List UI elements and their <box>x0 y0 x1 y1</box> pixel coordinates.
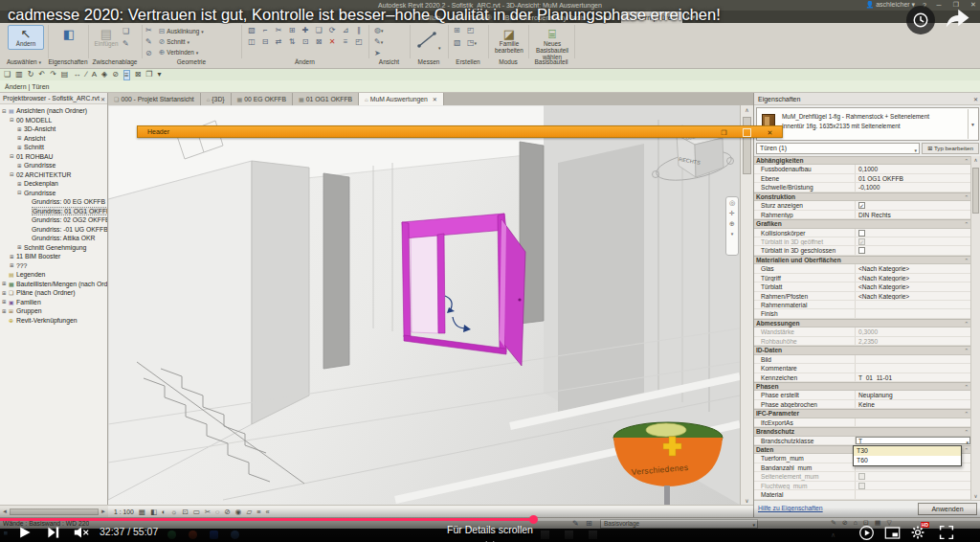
property-value[interactable]: <Nach Kategorie> <box>856 292 971 300</box>
expand-icon[interactable]: ⊞ <box>2 281 9 286</box>
property-row[interactable]: Rahmenmaterial <box>754 301 971 309</box>
property-row[interactable]: Rahmen/Pfosten<Nach Kategorie> <box>754 292 971 301</box>
selection-combo[interactable]: Türen (1) <box>756 143 920 154</box>
collapse-icon[interactable]: ⊟ <box>10 171 16 177</box>
share-button[interactable] <box>943 8 971 36</box>
property-value[interactable]: T_01_11-01 <box>856 373 971 381</box>
panel-label-messen[interactable]: Messen <box>410 58 448 67</box>
modify-button[interactable]: ↖ Ändern <box>8 25 44 50</box>
properties-vscrollbar[interactable]: ∧ ∨ <box>970 156 980 500</box>
delete-icon[interactable]: ✕ <box>325 36 339 48</box>
property-row[interactable]: Türgriff<Nach Kategorie> <box>754 274 971 282</box>
demolish-icon[interactable]: ⊘ <box>145 49 152 58</box>
properties-button[interactable]: ◧ <box>54 25 84 43</box>
property-group-header[interactable]: Phasen⌃ <box>754 382 971 391</box>
property-value[interactable] <box>856 482 971 489</box>
line-icon[interactable]: ∕ <box>85 69 86 80</box>
print-icon[interactable]: ▤ <box>61 69 69 80</box>
geometry-item-2[interactable]: ⊘Schnitt <box>159 36 204 47</box>
collapse-icon[interactable]: ⊟ <box>2 108 9 114</box>
view-tab-2[interactable]: ⌂{3D} <box>201 93 232 105</box>
expand-icon[interactable]: ⊞ <box>17 181 24 187</box>
watch-later-button[interactable] <box>906 6 935 34</box>
scroll-hint-chevron[interactable] <box>484 534 496 542</box>
panel-label-auswaehlen[interactable]: Auswählen <box>0 58 48 67</box>
tree-item[interactable]: ⊟▤Ansichten (nach Ordner) <box>0 106 107 116</box>
expand-icon[interactable]: ⊞ <box>17 163 24 169</box>
tree-item[interactable]: ▤Legenden <box>0 270 107 280</box>
panel-label-aendern[interactable]: Ändern <box>241 58 368 67</box>
scroll-thumb[interactable] <box>972 168 979 214</box>
property-row[interactable]: Material <box>754 490 971 499</box>
copy-icon[interactable]: ❏ <box>312 25 325 36</box>
property-group-header[interactable]: Materialien und Oberflächen⌃ <box>754 256 971 264</box>
tree-item[interactable]: Grundriss: 01 OG1 OKFFB <box>0 207 107 216</box>
scroll-down-icon[interactable]: ∨ <box>971 493 980 499</box>
group-collapse-icon[interactable]: ⌃ <box>964 347 969 354</box>
property-value[interactable]: -0,1000 <box>856 183 971 191</box>
align-icon[interactable]: ⊿ <box>339 25 352 36</box>
property-row[interactable]: Kollisionskörper <box>754 229 971 237</box>
geometry-item-1[interactable]: ⊟Ausklinkung <box>159 26 204 36</box>
property-row[interactable]: KennzeichenT_01_11-01 <box>754 373 971 382</box>
property-value[interactable]: <Nach Kategorie> <box>856 274 971 282</box>
property-row[interactable]: Phase erstelltNeuplanung <box>754 391 971 399</box>
panel-label-eigenschaften[interactable]: Eigenschaften <box>48 58 88 67</box>
property-value[interactable] <box>856 237 971 245</box>
array-icon[interactable]: ⊟ <box>258 36 272 48</box>
property-value[interactable]: T <box>856 437 971 444</box>
checkbox[interactable] <box>858 247 865 254</box>
new-host-button[interactable]: ⌸ Neues Basisbauteil wählen <box>532 25 572 62</box>
paste-button[interactable]: ▤ Einfügen <box>93 25 120 50</box>
property-row[interactable]: BrandschutzklasseT <box>754 437 971 445</box>
property-value[interactable] <box>856 364 971 372</box>
default-3d-view-icon[interactable]: ◈ <box>101 69 107 80</box>
switch-windows-icon[interactable]: ❐ <box>145 69 152 80</box>
cope-icon[interactable]: ⌐ <box>258 25 272 36</box>
group-collapse-icon[interactable]: ⌃ <box>964 257 969 264</box>
tree-item[interactable]: Grundriss: 00 EG OKFFB <box>0 197 107 207</box>
property-group-header[interactable]: Konstruktion⌃ <box>754 192 971 201</box>
property-row[interactable]: Türblatt in 3D geöffnet <box>754 237 971 246</box>
tree-item[interactable]: ⊟02 ARCHITEKTUR <box>0 170 107 180</box>
more-tools-icon[interactable]: ▾ <box>158 69 162 80</box>
tree-item[interactable]: ⊞Grundrisse <box>0 161 107 170</box>
property-value[interactable]: Keine <box>856 400 971 408</box>
panel-label-zwischenablage[interactable]: Zwischenablage <box>88 58 142 67</box>
property-value[interactable] <box>856 229 971 237</box>
split-icon[interactable]: ⇅ <box>285 36 299 48</box>
video-title[interactable]: cadmesse 2020: Vertrauen ist gut, Kontro… <box>8 6 831 24</box>
property-value[interactable] <box>856 309 971 317</box>
expand-icon[interactable]: ⊞ <box>2 308 9 314</box>
video-scrubber-knob[interactable] <box>529 515 538 524</box>
group-collapse-icon[interactable]: ⌃ <box>964 410 969 418</box>
property-row[interactable]: Phase abgebrochenKeine <box>754 400 971 409</box>
navbar-more-icon[interactable]: ▾ <box>731 231 734 237</box>
property-row[interactable]: RahmentypDIN Rechts <box>754 211 971 219</box>
edit-family-button[interactable]: ◪ Familie bearbeiten <box>492 25 526 56</box>
mirror-icon[interactable]: ◫ <box>245 36 258 48</box>
property-value[interactable] <box>856 472 971 480</box>
property-row[interactable]: Schwelle/Brüstung-0,1000 <box>754 183 971 192</box>
scroll-up-icon[interactable]: ∧ <box>971 157 980 163</box>
property-value[interactable] <box>856 418 971 426</box>
dimension-icon[interactable]: ⊞ <box>454 26 467 38</box>
sync-icon[interactable]: ↻ <box>28 69 34 80</box>
property-row[interactable]: Glas<Nach Kategorie> <box>754 264 971 273</box>
property-row[interactable]: Rohbauhöhe2,2350 <box>754 337 971 346</box>
group-create-icon[interactable]: ◰ <box>467 26 480 38</box>
property-row[interactable]: Bild <box>754 355 971 364</box>
property-row[interactable]: Fussbodenaufbau0,1000 <box>754 165 971 173</box>
tree-item[interactable]: ⊞Schnitt <box>0 143 107 152</box>
tree-item[interactable]: ⊞Schnitt Genehmigung <box>0 243 107 253</box>
group-collapse-icon[interactable]: ⌃ <box>964 193 969 201</box>
chevron-down-icon[interactable]: ▼ <box>968 109 977 139</box>
expand-icon[interactable]: ⊞ <box>17 135 24 141</box>
tree-item[interactable]: ⊟Grundrisse <box>0 189 107 198</box>
thin-lines-icon[interactable]: ≡ <box>123 70 130 80</box>
close-icon[interactable]: ✕ <box>766 128 774 137</box>
scroll-up-icon[interactable]: ∧ <box>741 106 753 113</box>
property-value[interactable]: DIN Rechts <box>856 211 971 218</box>
property-value[interactable] <box>856 301 971 308</box>
property-row[interactable]: Sturz anzeigen <box>754 201 971 210</box>
